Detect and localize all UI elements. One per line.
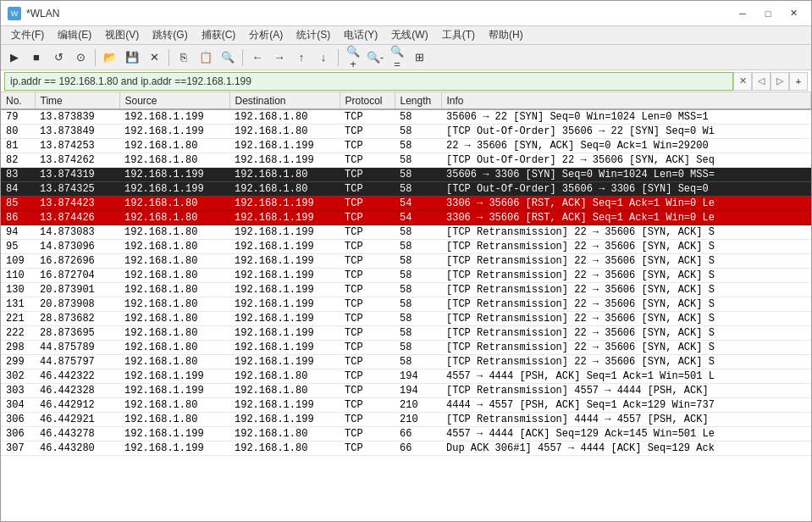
menu-analyze[interactable]: 分析(A)	[242, 26, 290, 44]
tb-zoom-reset[interactable]: 🔍=	[387, 47, 407, 68]
tb-options[interactable]: ⊙	[70, 47, 91, 68]
tb-open[interactable]: 📂	[100, 47, 120, 68]
col-header-no[interactable]: No.	[1, 92, 35, 109]
table-row[interactable]: 22128.873682192.168.1.80192.168.1.199TCP…	[1, 312, 811, 326]
minimize-button[interactable]: ─	[732, 5, 754, 22]
tb-restart[interactable]: ↺	[48, 47, 69, 68]
title-bar-left: W *WLAN	[8, 7, 59, 20]
tb-close[interactable]: ✕	[144, 47, 164, 68]
table-row[interactable]: 8513.874423192.168.1.80192.168.1.199TCP5…	[1, 197, 811, 211]
table-row[interactable]: 9514.873096192.168.1.80192.168.1.199TCP5…	[1, 240, 811, 254]
filter-forward-button[interactable]: ▷	[771, 72, 789, 91]
tb-forward[interactable]: →	[269, 47, 290, 68]
table-row[interactable]: 29844.875789192.168.1.80192.168.1.199TCP…	[1, 341, 811, 355]
table-row[interactable]: 29944.875797192.168.1.80192.168.1.199TCP…	[1, 355, 811, 369]
table-row[interactable]: 8413.874325192.168.1.199192.168.1.80TCP5…	[1, 182, 811, 197]
menu-file[interactable]: 文件(F)	[4, 26, 51, 44]
filter-back-button[interactable]: ◁	[752, 72, 771, 91]
filter-clear-button[interactable]: ✕	[733, 72, 752, 91]
col-header-length[interactable]: Length	[395, 92, 441, 109]
close-button[interactable]: ✕	[782, 5, 804, 22]
title-bar: W *WLAN ─ □ ✕	[1, 1, 811, 26]
menu-view[interactable]: 视图(V)	[98, 26, 146, 44]
menu-phone[interactable]: 电话(Y)	[337, 26, 384, 44]
table-row[interactable]: 30346.442328192.168.1.199192.168.1.80TCP…	[1, 384, 811, 398]
tb-paste[interactable]: 📋	[196, 47, 216, 68]
table-row[interactable]: 22228.873695192.168.1.80192.168.1.199TCP…	[1, 326, 811, 341]
table-row[interactable]: 30646.443278192.168.1.199192.168.1.80TCP…	[1, 427, 811, 441]
sep2	[168, 49, 169, 66]
tb-layout[interactable]: ⊞	[409, 47, 429, 68]
table-row[interactable]: 13120.873908192.168.1.80192.168.1.199TCP…	[1, 297, 811, 312]
window-controls: ─ □ ✕	[732, 5, 804, 22]
table-row[interactable]: 13020.873901192.168.1.80192.168.1.199TCP…	[1, 283, 811, 297]
sep1	[95, 49, 96, 66]
tb-zoom-in[interactable]: 🔍+	[343, 47, 363, 68]
table-row[interactable]: 8313.874319192.168.1.199192.168.1.80TCP5…	[1, 168, 811, 182]
filter-bar: ✕ ◁ ▷ +	[1, 70, 811, 92]
tb-find[interactable]: 🔍	[218, 47, 238, 68]
tb-up[interactable]: ↑	[291, 47, 312, 68]
tb-stop[interactable]: ■	[26, 47, 47, 68]
table-row[interactable]: 8013.873849192.168.1.199192.168.1.80TCP5…	[1, 125, 811, 139]
table-row[interactable]: 30246.442322192.168.1.199192.168.1.80TCP…	[1, 369, 811, 384]
menu-capture[interactable]: 捕获(C)	[195, 26, 243, 44]
window-title: *WLAN	[26, 8, 59, 19]
table-row[interactable]: 7913.873839192.168.1.199192.168.1.80TCP5…	[1, 109, 811, 125]
app-icon: W	[8, 7, 21, 20]
tb-back[interactable]: ←	[247, 47, 268, 68]
col-header-source[interactable]: Source	[119, 92, 229, 109]
sep4	[338, 49, 339, 66]
menu-wireless[interactable]: 无线(W)	[384, 26, 434, 44]
tb-zoom-out[interactable]: 🔍-	[365, 47, 385, 68]
col-header-info[interactable]: Info	[441, 92, 811, 109]
sep3	[242, 49, 243, 66]
table-row[interactable]: 8613.874426192.168.1.80192.168.1.199TCP5…	[1, 211, 811, 225]
table-row[interactable]: 11016.872704192.168.1.80192.168.1.199TCP…	[1, 269, 811, 283]
menu-help[interactable]: 帮助(H)	[482, 26, 530, 44]
menu-stats[interactable]: 统计(S)	[290, 26, 337, 44]
menu-jump[interactable]: 跳转(G)	[146, 26, 194, 44]
toolbar: ▶ ■ ↺ ⊙ 📂 💾 ✕ ⎘ 📋 🔍 ← → ↑ ↓ 🔍+ 🔍- 🔍= ⊞	[1, 45, 811, 70]
tb-start[interactable]: ▶	[4, 47, 25, 68]
table-row[interactable]: 8113.874253192.168.1.80192.168.1.199TCP5…	[1, 139, 811, 153]
table-row[interactable]: 10916.872696192.168.1.80192.168.1.199TCP…	[1, 254, 811, 269]
maximize-button[interactable]: □	[757, 5, 779, 22]
table-row[interactable]: 8213.874262192.168.1.80192.168.1.199TCP5…	[1, 153, 811, 168]
table-row[interactable]: 30746.443280192.168.1.199192.168.1.80TCP…	[1, 441, 811, 456]
packet-table[interactable]: No. Time Source Destination Protocol Len…	[1, 92, 811, 521]
table-row[interactable]: 9414.873083192.168.1.80192.168.1.199TCP5…	[1, 225, 811, 240]
filter-input[interactable]	[4, 72, 733, 91]
main-window: W *WLAN ─ □ ✕ 文件(F) 编辑(E) 视图(V) 跳转(G) 捕获…	[0, 0, 812, 522]
table-row[interactable]: 30646.442921192.168.1.80192.168.1.199TCP…	[1, 413, 811, 427]
tb-copy[interactable]: ⎘	[174, 47, 194, 68]
table-row[interactable]: 30446.442912192.168.1.80192.168.1.199TCP…	[1, 398, 811, 413]
menu-bar: 文件(F) 编辑(E) 视图(V) 跳转(G) 捕获(C) 分析(A) 统计(S…	[1, 26, 811, 45]
tb-down[interactable]: ↓	[313, 47, 334, 68]
col-header-protocol[interactable]: Protocol	[340, 92, 395, 109]
menu-edit[interactable]: 编辑(E)	[51, 26, 98, 44]
filter-add-button[interactable]: +	[789, 72, 808, 91]
menu-tools[interactable]: 工具(T)	[435, 26, 482, 44]
col-header-destination[interactable]: Destination	[229, 92, 340, 109]
col-header-time[interactable]: Time	[35, 92, 119, 109]
tb-save[interactable]: 💾	[122, 47, 142, 68]
